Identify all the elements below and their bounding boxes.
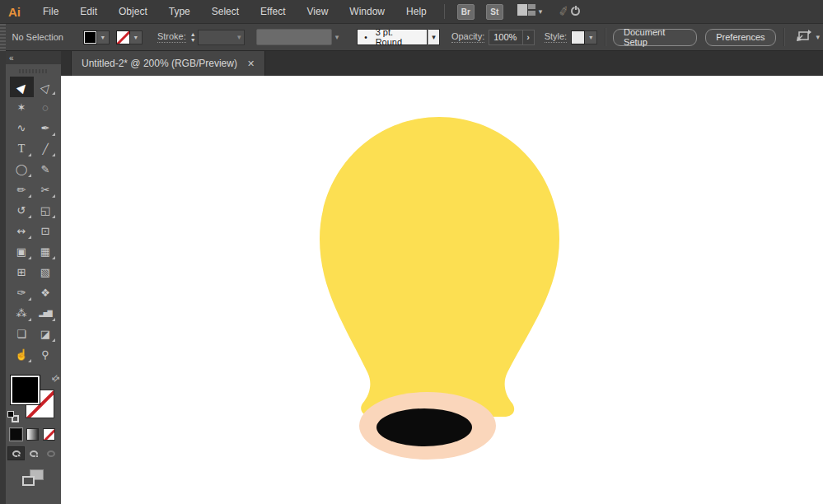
document-tab[interactable]: Untitled-2* @ 200% (RGB/Preview) ✕ xyxy=(71,51,265,76)
tool-magic-wand[interactable]: ✶ xyxy=(10,97,34,118)
curvature-tool-icon: ∿ xyxy=(17,123,26,133)
fill-color-swatch[interactable] xyxy=(83,30,97,44)
tool-artboard[interactable]: ❏ xyxy=(10,324,34,344)
shape-builder-tool-icon: ▣ xyxy=(16,246,26,257)
artboard-tool-icon: ❏ xyxy=(16,329,26,339)
collapse-panel-icon[interactable]: « xyxy=(9,54,15,63)
tool-type[interactable]: T xyxy=(10,138,34,159)
style-chevron-icon[interactable]: ▾ xyxy=(585,30,597,44)
tool-pencil[interactable]: ✏ xyxy=(10,180,34,200)
menu-effect[interactable]: Effect xyxy=(250,0,296,24)
brush-definition-chevron-icon[interactable]: ▾ xyxy=(428,29,440,45)
tool-slice[interactable]: ◪ xyxy=(34,324,58,344)
tool-grid: ▶▷✶◌∿✒T╱◯✎✏✂↺◱↭⊡▣▦⊞▧✑❖⁂▂▅▇❏◪☝⚲ xyxy=(6,77,61,365)
screen-mode-icon[interactable] xyxy=(22,469,44,486)
menu-view[interactable]: View xyxy=(297,0,339,24)
tool-curvature[interactable]: ∿ xyxy=(10,118,34,138)
slice-tool-icon: ◪ xyxy=(40,329,50,339)
menu-object[interactable]: Object xyxy=(108,0,158,24)
color-mode-button[interactable] xyxy=(10,428,22,441)
tool-column-graph[interactable]: ▂▅▇ xyxy=(34,303,58,324)
menu-type[interactable]: Type xyxy=(158,0,201,24)
stroke-color-chevron-icon[interactable]: ▾ xyxy=(130,30,143,44)
tool-symbol-sprayer[interactable]: ⁂ xyxy=(10,303,34,324)
opacity-input[interactable]: 100% xyxy=(489,30,522,45)
tool-lasso[interactable]: ◌ xyxy=(34,97,58,118)
default-fill-stroke-icon[interactable] xyxy=(7,411,19,422)
control-bar-grip[interactable] xyxy=(0,24,6,51)
fill-swatch-black[interactable] xyxy=(10,375,40,405)
cs-live-icon[interactable]: ✐ xyxy=(559,4,580,19)
control-bar-separator xyxy=(605,28,606,46)
tools-panel-grip[interactable] xyxy=(19,69,49,73)
menu-help[interactable]: Help xyxy=(395,0,437,24)
power-icon xyxy=(571,7,580,16)
stroke-panel-link[interactable]: Stroke: xyxy=(157,31,186,43)
tool-mesh[interactable]: ⊞ xyxy=(10,262,34,282)
opacity-panel-link[interactable]: Opacity: xyxy=(451,31,484,43)
menu-window[interactable]: Window xyxy=(339,0,395,24)
artboard-canvas[interactable] xyxy=(61,76,823,504)
tool-eyedropper[interactable]: ✑ xyxy=(10,282,34,303)
tool-ellipse[interactable]: ◯ xyxy=(10,159,34,180)
swap-fill-stroke-icon[interactable]: ⇆ xyxy=(49,372,63,385)
bulb-body-shape[interactable] xyxy=(320,117,559,417)
menu-file[interactable]: File xyxy=(32,0,69,24)
document-tab-title: Untitled-2* @ 200% (RGB/Preview) xyxy=(82,58,237,69)
stroke-weight-stepper[interactable]: ▲ ▼ xyxy=(190,29,196,45)
stepper-down-icon[interactable]: ▼ xyxy=(190,37,196,43)
opacity-expand-button[interactable]: › xyxy=(523,30,535,45)
gradient-mode-button[interactable] xyxy=(26,428,39,441)
stroke-weight-chevron-icon: ▾ xyxy=(237,33,241,41)
menu-edit[interactable]: Edit xyxy=(69,0,108,24)
opacity-expand-icon: › xyxy=(526,32,530,42)
tool-selection[interactable]: ▶ xyxy=(10,77,34,97)
draw-behind-button[interactable] xyxy=(25,446,42,460)
arrange-documents-icon[interactable] xyxy=(796,29,812,45)
light-bulb-illustration xyxy=(61,76,823,504)
fill-color-chevron-icon[interactable]: ▾ xyxy=(97,30,110,44)
tool-width[interactable]: ↭ xyxy=(10,221,34,241)
tool-line-segment[interactable]: ╱ xyxy=(34,138,58,159)
stroke-weight-dropdown[interactable]: ▾ xyxy=(198,30,245,45)
tool-direct-selection[interactable]: ▷ xyxy=(34,77,58,97)
bridge-button[interactable]: Br xyxy=(457,4,475,20)
tool-rotate[interactable]: ↺ xyxy=(10,200,34,221)
stock-button[interactable]: St xyxy=(486,4,503,20)
tool-paintbrush[interactable]: ✎ xyxy=(34,159,58,180)
tool-gradient[interactable]: ▧ xyxy=(34,262,58,282)
tool-perspective-grid[interactable]: ▦ xyxy=(34,241,58,262)
stepper-up-icon[interactable]: ▲ xyxy=(190,31,196,37)
width-profile-dropdown[interactable] xyxy=(256,29,331,45)
draw-inside-button[interactable] xyxy=(42,446,59,460)
tool-zoom[interactable]: ⚲ xyxy=(34,344,58,365)
arrange-documents-chevron-icon[interactable]: ▾ xyxy=(816,33,820,41)
workspace-switcher-icon[interactable] xyxy=(517,4,535,19)
preferences-button[interactable]: Preferences xyxy=(705,29,775,46)
tool-shape-builder[interactable]: ▣ xyxy=(10,241,34,262)
brush-definition-dropdown[interactable]: • 3 pt. Round xyxy=(357,29,428,45)
document-setup-button[interactable]: Document Setup xyxy=(613,29,697,46)
tool-blend[interactable]: ❖ xyxy=(34,282,58,303)
tool-pen[interactable]: ✒ xyxy=(34,118,58,138)
style-panel-link[interactable]: Style: xyxy=(545,31,568,43)
menu-select[interactable]: Select xyxy=(201,0,250,24)
tool-free-transform[interactable]: ⊡ xyxy=(34,221,58,241)
none-mode-button[interactable] xyxy=(43,428,55,441)
illustrator-window: Ai FileEditObjectTypeSelectEffectViewWin… xyxy=(0,0,823,504)
workspace-chevron-icon[interactable]: ▾ xyxy=(539,7,543,16)
draw-inside-icon xyxy=(47,450,55,457)
draw-normal-button[interactable] xyxy=(7,446,25,460)
fill-stroke-widget: ⇆ xyxy=(6,375,61,426)
bulb-hole-shape[interactable] xyxy=(376,408,472,446)
tab-close-icon[interactable]: ✕ xyxy=(247,58,255,69)
tool-scissors[interactable]: ✂ xyxy=(34,180,58,200)
stroke-color-swatch[interactable] xyxy=(116,30,130,44)
style-swatch[interactable] xyxy=(571,30,585,44)
pen-tool-icon: ✒ xyxy=(41,123,50,133)
app-logo: Ai xyxy=(0,5,32,19)
tool-scale[interactable]: ◱ xyxy=(34,200,58,221)
tool-hand[interactable]: ☝ xyxy=(10,344,34,365)
tools-panel-header: « xyxy=(6,51,61,64)
hand-tool-icon: ☝ xyxy=(15,349,28,360)
